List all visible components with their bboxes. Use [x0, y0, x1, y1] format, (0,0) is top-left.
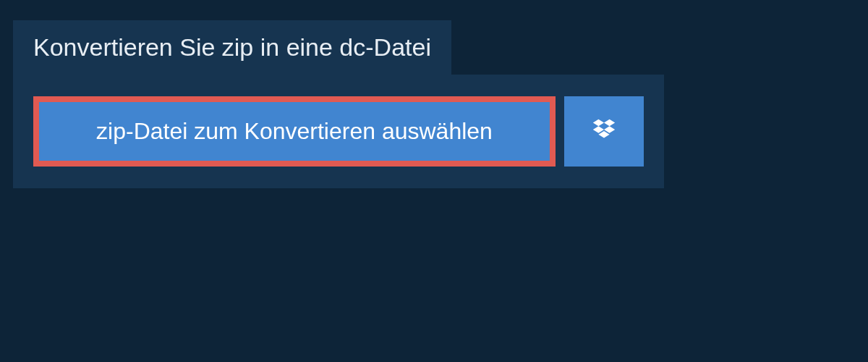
- dropbox-icon: [590, 117, 618, 147]
- select-file-button[interactable]: zip-Datei zum Konvertieren auswählen: [33, 96, 556, 167]
- select-file-label: zip-Datei zum Konvertieren auswählen: [96, 118, 493, 145]
- button-row: zip-Datei zum Konvertieren auswählen: [33, 96, 644, 167]
- dropbox-button[interactable]: [564, 96, 644, 167]
- header-tab: Konvertieren Sie zip in eine dc-Datei: [13, 20, 451, 75]
- upload-panel: zip-Datei zum Konvertieren auswählen: [13, 75, 664, 188]
- page-title: Konvertieren Sie zip in eine dc-Datei: [33, 33, 431, 61]
